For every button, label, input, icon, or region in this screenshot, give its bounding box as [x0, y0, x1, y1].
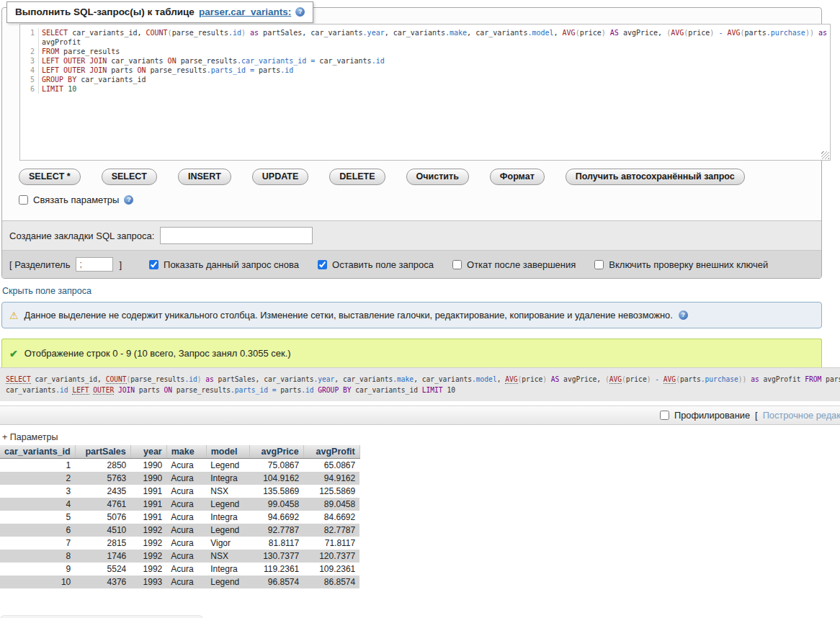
sql-token: 10 — [68, 85, 76, 93]
column-header-link[interactable]: make — [171, 447, 195, 457]
sql-token: parse_results — [130, 375, 184, 383]
help-icon[interactable]: ? — [295, 7, 305, 17]
get-autosaved-query-button[interactable]: Получить автосохранённый запрос — [566, 169, 745, 185]
table-cell: Acura — [166, 576, 206, 588]
bookmark-input[interactable] — [160, 227, 313, 244]
sql-token: car_variants_id — [352, 386, 422, 394]
table-cell: 135.5869 — [249, 485, 303, 498]
sql-token: LEFT — [72, 386, 89, 395]
executed-sql-row: SELECT car_variants_id, COUNT(parse_resu… — [6, 374, 840, 385]
table-cell: 1990 — [130, 472, 166, 485]
table-cell: 4761 — [75, 498, 130, 511]
line-number: 6 — [20, 84, 39, 94]
bind-params-checkbox[interactable] — [19, 195, 28, 205]
table-cell: NSX — [206, 485, 249, 498]
column-header-model: model — [206, 445, 249, 459]
table-cell: 3 — [0, 485, 75, 498]
clear-button[interactable]: Очистить — [406, 169, 469, 185]
sql-token: .purchase — [767, 29, 805, 37]
profiling-row: Профилирование [ Построчное редакт — [0, 406, 840, 425]
table-cell: 120.7377 — [303, 550, 359, 563]
sql-token: COUNT — [106, 375, 127, 384]
table-row: 257631990AcuraIntegra104.916294.9162 — [0, 472, 359, 485]
sql-token: avgPrice, — [559, 375, 605, 383]
table-cell: 2815 — [75, 537, 130, 550]
insert-button[interactable]: INSERT — [178, 169, 231, 185]
sql-token: , car_variants — [467, 29, 527, 37]
resize-grip-icon[interactable] — [821, 151, 829, 159]
table-row: 955241992AcuraIntegra119.2361109.2361 — [0, 563, 359, 576]
sql-token: SELECT — [6, 375, 31, 384]
column-header-link[interactable]: avgPrice — [262, 447, 299, 457]
hide-query-link[interactable]: Скрыть поле запроса — [2, 286, 91, 296]
table-cell: 5763 — [75, 472, 130, 485]
sql-token: AVG — [671, 29, 684, 37]
table-cell: 5 — [0, 511, 75, 524]
inline-edit-link[interactable]: Построчное редакт — [763, 410, 840, 421]
help-icon[interactable]: ? — [679, 310, 688, 320]
column-header-link[interactable]: avgProfit — [316, 447, 355, 457]
table-cell: Legend — [206, 498, 249, 511]
column-header-year: year — [130, 445, 166, 459]
params-toggle-link[interactable]: + Параметры — [2, 432, 58, 442]
select-button[interactable]: SELECT — [102, 169, 157, 185]
query-option-checkbox-0[interactable] — [149, 260, 158, 269]
table-cell: 6 — [0, 524, 75, 537]
table-cell: 4510 — [75, 524, 130, 537]
sql-token: ON — [164, 386, 173, 394]
select-star-button[interactable]: SELECT * — [19, 169, 81, 185]
delimiter-input[interactable] — [76, 257, 113, 272]
sql-token: car_variants — [6, 386, 55, 394]
column-header-link[interactable]: car_variants_id — [4, 447, 71, 457]
table-cell: 1746 — [75, 550, 130, 563]
table-cell: 2 — [0, 472, 75, 485]
line-number: 1 — [20, 28, 39, 37]
table-cell: 1990 — [130, 459, 166, 473]
delete-button[interactable]: DELETE — [329, 169, 385, 185]
sql-token: ( — [605, 375, 609, 383]
table-cell: Acura — [166, 511, 206, 524]
table-cell: 92.7787 — [249, 524, 303, 537]
result-status: ✔ Отображение строк 0 - 9 (10 всего, Зап… — [1, 339, 822, 367]
sql-token: )) — [738, 375, 747, 383]
profiling-checkbox[interactable] — [660, 411, 669, 420]
sql-token: .id — [372, 57, 385, 65]
results-table: car_variants_idpartSalesyearmakemodelavg… — [0, 445, 360, 588]
sql-editor-row: 5GROUP BY car_variants_id — [20, 75, 830, 84]
column-header-link[interactable]: year — [143, 447, 162, 457]
column-header-link[interactable]: partSales — [85, 447, 125, 457]
sql-token: avgProfit — [759, 375, 805, 383]
update-button[interactable]: UPDATE — [252, 169, 308, 185]
line-number: 5 — [20, 75, 39, 84]
sql-code: LIMIT 10 — [39, 84, 76, 94]
sql-token: OUTER — [93, 386, 114, 395]
sql-token: .year — [363, 29, 385, 37]
sql-token: price — [522, 375, 542, 383]
query-option-checkbox-2[interactable] — [452, 260, 462, 269]
column-header-link[interactable]: model — [211, 447, 238, 457]
query-option: Включить проверку внешних ключей — [594, 259, 768, 270]
sql-token: car_variants_id, — [68, 29, 146, 37]
executed-sql: SELECT car_variants_id, COUNT(parse_resu… — [0, 367, 840, 401]
sql-token: .id — [280, 66, 293, 74]
warning-text: Данное выделение не содержит уникального… — [24, 310, 673, 321]
help-icon[interactable]: ? — [124, 195, 133, 205]
table-cell: 2850 — [75, 459, 130, 473]
query-option-checkbox-3[interactable] — [594, 260, 604, 269]
sql-token: GROUP BY — [42, 76, 76, 84]
sql-token: .id — [228, 29, 241, 37]
table-cell: 119.2361 — [249, 563, 303, 576]
sql-query-fieldset: Выполнить SQL-запрос(ы) к таблице parser… — [1, 7, 822, 279]
sql-editor-lines: 1SELECT car_variants_id, COUNT(parse_res… — [20, 28, 830, 94]
sql-token: .model — [527, 29, 553, 37]
sql-token: SELECT — [42, 29, 68, 37]
query-option-checkbox-1[interactable] — [318, 260, 327, 269]
table-cell: Integra — [206, 472, 249, 485]
table-cell: 99.0458 — [249, 498, 303, 511]
sql-token: parts — [745, 29, 767, 37]
column-header-car_variants_id: car_variants_id — [0, 445, 75, 459]
format-button[interactable]: Формат — [490, 169, 545, 185]
table-name-link[interactable]: parser.car_variants: — [199, 6, 291, 17]
sql-editor[interactable]: 1SELECT car_variants_id, COUNT(parse_res… — [19, 24, 831, 161]
query-option: Откат после завершения — [452, 259, 576, 270]
